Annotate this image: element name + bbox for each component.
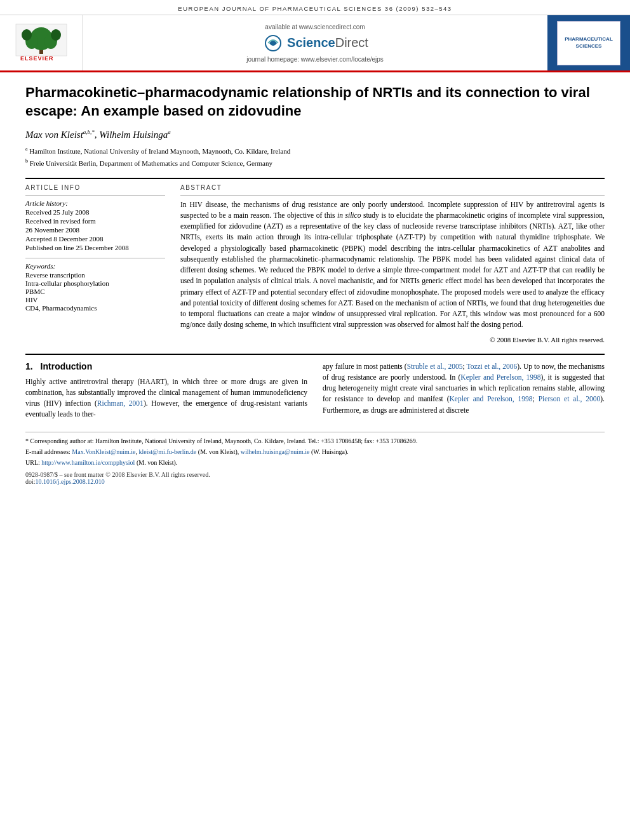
keyword-2: Intra-cellular phosphorylation — [25, 279, 165, 287]
introduction-section: 1. Introduction Highly active antiretrov… — [25, 354, 605, 425]
email-line: E-mail addresses: Max.VonKleist@nuim.ie,… — [25, 447, 605, 457]
corresponding-author: * Corresponding author at: Hamilton Inst… — [25, 436, 605, 446]
ref-tozzi[interactable]: Tozzi et al., 2006 — [466, 363, 517, 370]
author2-name: , Wilhelm Huisinga — [95, 130, 168, 140]
intro-right-column: apy failure in most patients (Struble et… — [323, 361, 605, 425]
intro-paragraph-2: apy failure in most patients (Struble et… — [323, 361, 605, 416]
copyright: © 2008 Elsevier B.V. All rights reserved… — [180, 336, 605, 343]
authors: Max von Kleista,b,*, Wilhelm Huisingaa — [25, 129, 605, 140]
accepted-date: Accepted 8 December 2008 — [25, 235, 165, 243]
abstract-column: ABSTRACT In HIV disease, the mechanisms … — [180, 184, 605, 343]
doi-line: doi:10.1016/j.ejps.2008.12.010 — [25, 478, 605, 485]
journal-logo-area: PHARMACEUTICALSCIENCES — [547, 15, 630, 70]
article-history: Article history: Received 25 July 2008 R… — [25, 199, 165, 251]
author1-sup: a,b,* — [83, 129, 95, 135]
article-info-label: ARTICLE INFO — [25, 184, 165, 191]
keyword-5: CD4, Pharmacodynamics — [25, 304, 165, 312]
author1-name: Max von Kleist — [25, 130, 83, 140]
keyword-3: PBMC — [25, 288, 165, 295]
keyword-4: HIV — [25, 296, 165, 303]
doi-link[interactable]: 10.1016/j.ejps.2008.12.010 — [36, 478, 105, 485]
available-text: available at www.sciencedirect.com — [265, 23, 365, 30]
introduction-columns: 1. Introduction Highly active antiretrov… — [25, 361, 605, 425]
in-silico-italic: in silico — [337, 211, 361, 219]
received-revised-label: Received in revised form — [25, 217, 165, 225]
journal-header: EUROPEAN JOURNAL OF PHARMACEUTICAL SCIEN… — [0, 0, 630, 15]
journal-logo-text: PHARMACEUTICALSCIENCES — [565, 36, 613, 50]
sciencedirect-logo: ScienceDirect — [262, 34, 368, 52]
main-content: Pharmacokinetic–pharmacodynamic relation… — [0, 72, 630, 497]
email-addresses[interactable]: Max.VonKleist@nuim.ie — [72, 448, 135, 455]
issn-line: 0928-0987/$ – see front matter © 2008 El… — [25, 471, 605, 478]
svg-point-5 — [22, 29, 32, 41]
received-date: Received 25 July 2008 — [25, 208, 165, 216]
revised-date: 26 November 2008 — [25, 226, 165, 234]
footnotes: * Corresponding author at: Hamilton Inst… — [25, 432, 605, 467]
ref-kepler-1[interactable]: Kepler and Perelson, 1998 — [460, 373, 540, 381]
intro-paragraph-1: Highly active antiretroviral therapy (HA… — [25, 377, 307, 420]
elsevier-tree-icon: ELSEVIER — [13, 21, 70, 65]
url-label: URL: — [25, 459, 40, 466]
abstract-label: ABSTRACT — [180, 184, 605, 191]
keyword-1: Reverse transcription — [25, 271, 165, 279]
ref-richman[interactable]: Richman, 2001 — [97, 399, 144, 407]
divider-top — [25, 178, 605, 179]
intro-title: Introduction — [41, 361, 93, 371]
affiliation-b: b Freie Universität Berlin, Department o… — [25, 157, 605, 168]
svg-text:ELSEVIER: ELSEVIER — [20, 55, 54, 62]
affiliation-a: a Hamilton Institute, National Universit… — [25, 145, 605, 156]
keywords-label: Keywords: — [25, 262, 165, 270]
url-line: URL: http://www.hamilton.ie/compphysiol … — [25, 458, 605, 467]
journal-title: EUROPEAN JOURNAL OF PHARMACEUTICAL SCIEN… — [178, 5, 452, 12]
email-huisinga[interactable]: wilhelm.huisinga@nuim.ie — [241, 448, 310, 455]
email-kleist[interactable]: kleist@mi.fu-berlin.de — [138, 448, 196, 455]
article-title: Pharmacokinetic–pharmacodynamic relation… — [25, 84, 605, 120]
article-info-column: ARTICLE INFO Article history: Received 2… — [25, 184, 165, 343]
email-label: E-mail addresses: — [25, 448, 70, 455]
divider-keywords — [25, 258, 165, 258]
intro-heading: 1. Introduction — [25, 361, 307, 371]
sciencedirect-text: ScienceDirect — [287, 36, 368, 50]
page: EUROPEAN JOURNAL OF PHARMACEUTICAL SCIEN… — [0, 0, 630, 840]
keywords-list: Reverse transcription Intra-cellular pho… — [25, 271, 165, 312]
history-label: Article history: — [25, 199, 165, 207]
sciencedirect-symbol-icon — [262, 34, 285, 52]
author2-sup: a — [168, 129, 171, 135]
intro-number: 1. — [25, 361, 33, 371]
ref-kepler-2[interactable]: Kepler and Perelson, 1998 — [450, 395, 533, 403]
info-abstract-columns: ARTICLE INFO Article history: Received 2… — [25, 184, 605, 343]
elsevier-logo-area: ELSEVIER — [0, 15, 83, 70]
homepage-text: journal homepage: www.elsevier.com/locat… — [246, 56, 384, 63]
published-date: Published on line 25 December 2008 — [25, 244, 165, 251]
url-link[interactable]: http://www.hamilton.ie/compphysiol — [41, 459, 135, 466]
article-ids: 0928-0987/$ – see front matter © 2008 El… — [25, 471, 605, 485]
intro-left-column: 1. Introduction Highly active antiretrov… — [25, 361, 307, 425]
affiliations: a Hamilton Institute, National Universit… — [25, 145, 605, 168]
divider-info — [25, 195, 165, 196]
abstract-text: In HIV disease, the mechanisms of drug r… — [180, 199, 605, 331]
ref-struble[interactable]: Struble et al., 2005 — [407, 363, 463, 370]
svg-point-6 — [51, 29, 61, 41]
keywords-section: Keywords: Reverse transcription Intra-ce… — [25, 262, 165, 312]
sciencedirect-area: available at www.sciencedirect.com Scien… — [83, 15, 547, 70]
banner: ELSEVIER available at www.sciencedirect.… — [0, 15, 630, 72]
corresponding-text: * Corresponding author at: Hamilton Inst… — [25, 437, 417, 444]
journal-logo-box: PHARMACEUTICALSCIENCES — [557, 21, 620, 65]
divider-abstract — [180, 195, 605, 196]
ref-pierson[interactable]: Pierson et al., 2000 — [539, 395, 601, 403]
